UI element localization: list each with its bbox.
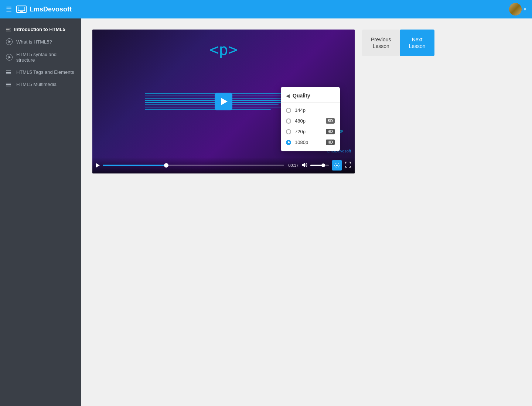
radio-720p[interactable]	[286, 129, 291, 134]
video-player: <p> </>	[92, 30, 355, 173]
main-content: <p> </>	[81, 18, 532, 406]
radio-480p[interactable]	[286, 118, 291, 124]
radio-144p[interactable]	[286, 108, 291, 113]
sidebar-item-html5-tags[interactable]: HTML5 Tags and Elements	[0, 66, 81, 78]
svg-point-4	[336, 165, 338, 166]
quality-option-480p[interactable]: 480p SD	[281, 116, 340, 126]
quality-popup-title: Quality	[293, 93, 310, 99]
volume-thumb[interactable]	[321, 164, 325, 167]
quality-option-144p[interactable]: 144p	[281, 105, 340, 116]
avatar-image	[509, 3, 522, 16]
video-play-button[interactable]	[215, 93, 232, 110]
next-lesson-button[interactable]: NextLesson	[400, 30, 434, 56]
avatar[interactable]	[509, 3, 522, 16]
logo-area: LmsDevosoft	[16, 6, 72, 13]
radio-1080p[interactable]	[286, 140, 291, 145]
lesson-navigation: PreviousLesson NextLesson	[362, 30, 434, 56]
lesson-btn-group: PreviousLesson NextLesson	[362, 30, 434, 56]
sidebar-item-label: What is HTML5?	[16, 39, 52, 45]
sidebar-item-html5-syntax[interactable]: HTML5 syntax and structure	[0, 48, 81, 66]
controls-play-button[interactable]	[96, 163, 100, 168]
quality-label-720p: 720p	[295, 129, 322, 134]
sidebar-item-label: HTML5 Multimedia	[16, 82, 57, 87]
sidebar-item-html5-multimedia[interactable]: HTML5 Multimedia	[0, 78, 81, 90]
avatar-area[interactable]: ▾	[509, 3, 526, 16]
speaker-icon	[301, 162, 307, 168]
sidebar-item-label: HTML5 syntax and structure	[16, 52, 75, 63]
quality-popup-header: ◀ Quality	[281, 90, 340, 103]
quality-label-480p: 480p	[295, 118, 322, 124]
html-tag-display: <p>	[209, 41, 238, 59]
svg-rect-0	[18, 7, 25, 11]
quality-badge-hd-720: HD	[326, 129, 335, 134]
progress-thumb[interactable]	[164, 163, 168, 168]
quality-popup: ◀ Quality 144p 480p SD	[281, 87, 340, 151]
play-circle-icon	[6, 54, 13, 61]
sidebar-section-title-text: Introduction to HTML5	[14, 27, 65, 32]
fullscreen-button[interactable]	[345, 162, 351, 169]
gear-icon	[334, 163, 340, 168]
app-title: LmsDevosoft	[30, 6, 72, 13]
menu-icon[interactable]: ☰	[6, 5, 12, 13]
quality-label-1080p: 1080p	[295, 140, 322, 145]
progress-bar[interactable]	[103, 165, 284, 166]
list-small-icon	[6, 70, 13, 74]
list-small-icon	[6, 83, 13, 86]
svg-marker-3	[302, 163, 305, 167]
quality-option-1080p[interactable]: 1080p HD	[281, 137, 340, 148]
quality-badge-sd: SD	[326, 118, 335, 124]
main-layout: Introduction to HTML5 What is HTML5? HTM…	[0, 18, 532, 406]
monitor-icon	[18, 7, 25, 12]
sidebar: Introduction to HTML5 What is HTML5? HTM…	[0, 18, 81, 406]
quality-label-144p: 144p	[295, 107, 335, 113]
volume-icon[interactable]	[301, 162, 307, 169]
time-display: -00:17	[287, 163, 299, 168]
quality-badge-hd-1080: HD	[326, 140, 335, 145]
settings-button[interactable]	[332, 160, 342, 171]
logo-icon	[16, 6, 27, 13]
video-controls: -00:17	[92, 157, 355, 173]
quality-back-icon[interactable]: ◀	[286, 93, 290, 99]
sidebar-item-what-is-html5[interactable]: What is HTML5?	[0, 35, 81, 48]
volume-bar[interactable]	[310, 165, 329, 166]
video-container: <p> </>	[92, 30, 355, 173]
play-circle-icon	[6, 38, 13, 45]
header: ☰ LmsDevosoft ▾	[0, 0, 532, 18]
list-icon	[6, 28, 11, 31]
sidebar-section-header: Introduction to HTML5	[0, 22, 81, 35]
previous-lesson-button[interactable]: PreviousLesson	[362, 30, 400, 56]
avatar-chevron-icon[interactable]: ▾	[524, 7, 526, 12]
progress-fill	[103, 165, 166, 166]
sidebar-item-label: HTML5 Tags and Elements	[16, 69, 74, 75]
fullscreen-icon	[345, 162, 351, 168]
video-area: <p> </>	[92, 30, 521, 173]
quality-option-720p[interactable]: 720p HD	[281, 126, 340, 137]
